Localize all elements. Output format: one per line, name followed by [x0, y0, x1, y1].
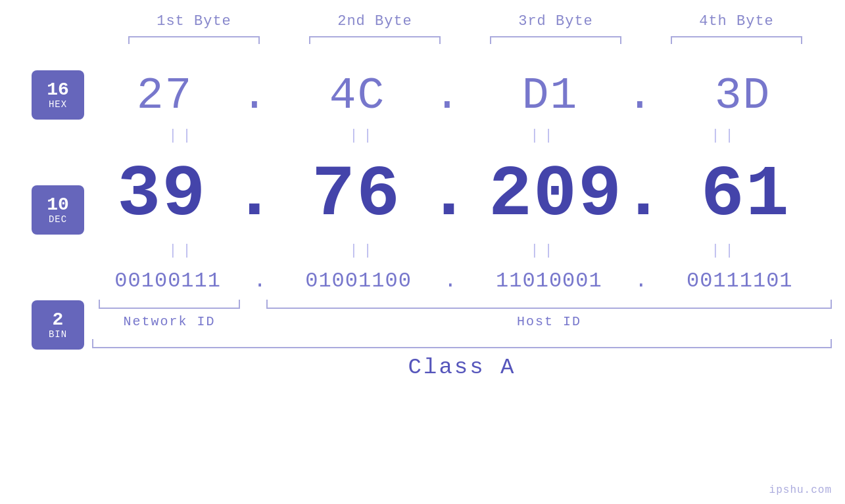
hex-dot-1: .: [241, 70, 268, 121]
byte-header-2: 2nd Byte: [302, 13, 447, 30]
dec-val-3: 209: [489, 154, 614, 236]
hex-row: 27 . 4C . D1 . 3D: [92, 70, 815, 121]
byte-header-4: 4th Byte: [664, 13, 809, 30]
host-id-bracket: [266, 300, 832, 309]
hex-badge-label: HEX: [49, 99, 67, 110]
bin-row: 00100111 . 01001100 . 11010001 . 0011110…: [92, 269, 815, 293]
eq-2-1: ||: [168, 242, 196, 259]
bin-badge-number: 2: [53, 311, 64, 329]
id-labels-row: Network ID Host ID: [92, 314, 832, 329]
class-label: Class A: [92, 355, 832, 380]
bin-val-1: 00100111: [105, 269, 230, 293]
network-id-bracket: [99, 300, 240, 309]
top-bracket-3: [490, 36, 621, 44]
watermark: ipshu.com: [769, 484, 832, 496]
dec-dot-2: .: [427, 154, 470, 236]
hex-val-4: 3D: [680, 70, 805, 121]
eq-2-2: ||: [349, 242, 377, 259]
top-brackets: [104, 36, 827, 44]
bin-dot-2: .: [444, 269, 456, 293]
dec-badge-label: DEC: [49, 214, 67, 225]
dec-val-4: 61: [683, 154, 808, 236]
top-bracket-4: [671, 36, 802, 44]
eq-2-4: ||: [711, 242, 738, 259]
class-bracket: [92, 339, 832, 348]
hex-dot-3: .: [627, 70, 654, 121]
eq-1-4: ||: [711, 127, 738, 144]
byte-header-3: 3rd Byte: [483, 13, 628, 30]
network-id-label: Network ID: [99, 314, 240, 329]
eq-1-3: ||: [530, 127, 558, 144]
dec-badge: 10 DEC: [32, 185, 84, 235]
hex-badge: 16 HEX: [32, 70, 84, 120]
byte-header-1: 1st Byte: [122, 13, 266, 30]
hex-val-1: 27: [103, 70, 228, 121]
bin-badge: 2 BIN: [32, 300, 84, 350]
hex-val-2: 4C: [295, 70, 420, 121]
hex-dot-2: .: [434, 70, 461, 121]
equals-row-2: || || || ||: [92, 239, 815, 262]
bin-val-4: 00111101: [677, 269, 802, 293]
bin-badge-label: BIN: [49, 329, 67, 340]
hex-badge-number: 16: [47, 81, 69, 99]
dec-row: 39 . 76 . 209 . 61: [92, 154, 815, 236]
main-container: 1st Byte 2nd Byte 3rd Byte 4th Byte 16 H…: [0, 0, 845, 504]
dec-dot-1: .: [233, 154, 276, 236]
top-bracket-2: [309, 36, 441, 44]
byte-headers: 1st Byte 2nd Byte 3rd Byte 4th Byte: [104, 13, 827, 30]
dec-val-1: 39: [99, 154, 224, 236]
dec-badge-number: 10: [47, 196, 69, 214]
bin-dot-1: .: [253, 269, 266, 293]
top-bracket-1: [128, 36, 260, 44]
eq-1-1: ||: [168, 127, 196, 144]
eq-1-2: ||: [349, 127, 377, 144]
bin-val-3: 11010001: [487, 269, 612, 293]
dec-val-2: 76: [294, 154, 419, 236]
bottom-brackets-container: [92, 300, 832, 309]
equals-row-1: || || || ||: [92, 124, 815, 147]
bin-dot-3: .: [635, 269, 647, 293]
hex-val-3: D1: [487, 70, 612, 121]
eq-2-3: ||: [530, 242, 558, 259]
dec-dot-3: .: [621, 154, 665, 236]
labels-column: 16 HEX 10 DEC 2 BIN: [0, 70, 92, 380]
bin-val-2: 01001100: [296, 269, 421, 293]
host-id-label: Host ID: [266, 314, 832, 329]
